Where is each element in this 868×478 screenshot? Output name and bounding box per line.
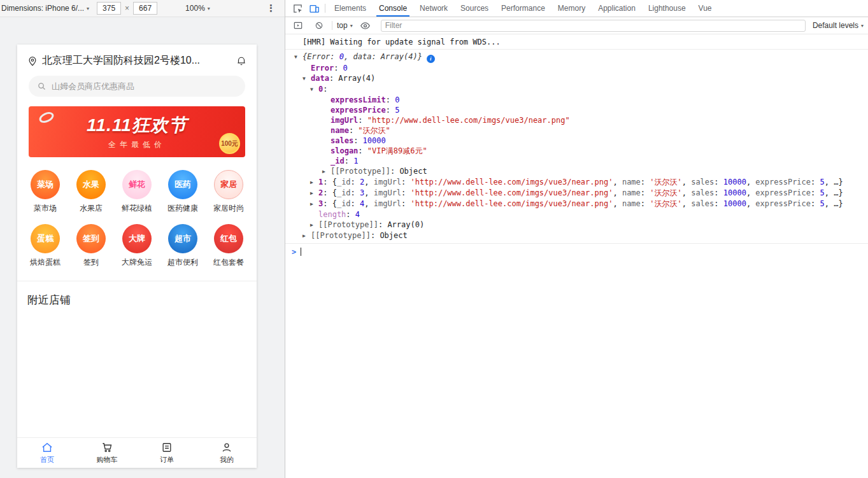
- console-token: Object: [399, 167, 427, 176]
- console-prompt[interactable]: >: [285, 246, 868, 258]
- disclosure-expanded-icon[interactable]: ▼: [294, 52, 302, 62]
- disclosure-collapsed-icon[interactable]: ▶: [302, 231, 311, 241]
- info-icon[interactable]: i: [427, 55, 435, 63]
- console-sidebar-icon[interactable]: [290, 20, 306, 31]
- category-item[interactable]: 超市超市便利: [160, 224, 206, 268]
- category-item[interactable]: 大牌大牌免运: [114, 224, 160, 268]
- console-token: :: [811, 178, 820, 186]
- tab-label: 购物车: [97, 455, 118, 465]
- category-item[interactable]: 水果水果店: [68, 170, 114, 214]
- zoom-select[interactable]: 100% ▾: [185, 4, 210, 13]
- console-token: 5: [820, 188, 824, 197]
- console-filter-input[interactable]: [381, 20, 806, 32]
- tab-memory[interactable]: Memory: [551, 0, 592, 17]
- console-token: :: [401, 188, 410, 197]
- console-token: :: [346, 210, 355, 219]
- tab-cart[interactable]: 购物车: [77, 438, 137, 468]
- tab-lighthouse[interactable]: Lighthouse: [642, 0, 692, 17]
- log-levels-select[interactable]: Default levels ▾: [813, 21, 864, 30]
- console-token: :: [345, 157, 353, 165]
- tab-console[interactable]: Console: [373, 0, 413, 17]
- console-token: ,: [364, 199, 373, 208]
- inspect-element-icon[interactable]: [289, 0, 306, 17]
- console-token: 5: [820, 178, 824, 186]
- console-token: 5: [820, 199, 824, 208]
- console-line: [HMR] Waiting for update signal from WDS…: [285, 37, 868, 50]
- console-token: expressPrice: [755, 199, 811, 208]
- category-item[interactable]: 家居家居时尚: [206, 170, 252, 214]
- tab-network[interactable]: Network: [413, 0, 454, 17]
- log-levels-value: Default levels: [813, 21, 858, 30]
- category-item[interactable]: 菜场菜市场: [22, 170, 68, 214]
- toolbar-separator: [332, 21, 332, 30]
- category-item[interactable]: 鲜花鲜花绿植: [114, 170, 160, 214]
- console-line: ▶2: {_id: 3, imgUrl: 'http://www.dell-le…: [285, 188, 868, 199]
- console-line: slogan: "VIP满89减6元": [285, 146, 868, 156]
- tab-vue[interactable]: Vue: [692, 0, 718, 17]
- console-token: , …}: [825, 178, 843, 186]
- console-token: }: [418, 52, 422, 61]
- device-type-select[interactable]: Dimensions: iPhone 6/... ▾: [1, 4, 89, 13]
- viewport-height-input[interactable]: [133, 2, 157, 15]
- console-token: :: [323, 85, 327, 94]
- tab-application[interactable]: Application: [592, 0, 642, 17]
- cart-icon: [101, 441, 113, 454]
- console-token: [[Prototype]]: [311, 231, 371, 240]
- device-viewport: 北京理工大学国防科技园2号楼10... 山姆会员商店优惠商品 11.11狂欢节 …: [17, 45, 257, 468]
- console-token: 1: [353, 157, 358, 165]
- console-line: ▼0:: [285, 84, 868, 95]
- console-token: sales: [691, 199, 714, 208]
- clear-console-icon[interactable]: [311, 21, 327, 30]
- console-token: ,: [364, 188, 373, 197]
- console-prompt-chevron: >: [292, 248, 296, 257]
- disclosure-expanded-icon[interactable]: ▼: [310, 85, 318, 95]
- tab-profile[interactable]: 我的: [197, 438, 257, 468]
- console-token: imgUrl: [374, 199, 401, 208]
- console-token: ,: [746, 178, 755, 186]
- disclosure-collapsed-icon[interactable]: ▶: [310, 188, 318, 199]
- category-icon: 医药: [168, 170, 197, 199]
- category-label: 签到: [83, 257, 99, 268]
- viewport-width-input[interactable]: [97, 2, 121, 15]
- javascript-context-select[interactable]: top ▾: [337, 21, 353, 30]
- category-item[interactable]: 蛋糕烘焙蛋糕: [22, 224, 68, 268]
- disclosure-collapsed-icon[interactable]: ▶: [322, 167, 331, 177]
- live-expression-eye-icon[interactable]: [357, 20, 374, 31]
- tab-home[interactable]: 首页: [17, 438, 77, 468]
- more-options-icon[interactable]: ⋮: [266, 3, 276, 14]
- chevron-down-icon: ▾: [87, 6, 89, 11]
- console-token: :: [351, 199, 360, 208]
- search-bar[interactable]: 山姆会员商店优惠商品: [29, 76, 245, 97]
- address-text[interactable]: 北京理工大学国防科技园2号楼10...: [42, 54, 232, 67]
- console-token: _id: [331, 157, 345, 165]
- category-item[interactable]: 红包红包套餐: [206, 224, 252, 268]
- category-item[interactable]: 医药医药健康: [160, 170, 206, 214]
- console-token: Array(4): [338, 74, 375, 83]
- disclosure-collapsed-icon[interactable]: ▶: [310, 199, 318, 209]
- disclosure-expanded-icon[interactable]: ▼: [302, 74, 311, 84]
- category-label: 家居时尚: [213, 203, 244, 214]
- promo-banner[interactable]: 11.11狂欢节 全年最低价 100元: [29, 106, 245, 157]
- console-token: 4: [355, 210, 360, 219]
- tab-sources[interactable]: Sources: [454, 0, 495, 17]
- tab-orders[interactable]: 订单: [137, 438, 197, 468]
- console-token: name: [622, 188, 641, 197]
- category-label: 水果店: [80, 203, 103, 214]
- disclosure-collapsed-icon[interactable]: ▶: [310, 178, 318, 188]
- console-token: 0: [343, 64, 348, 73]
- tab-performance[interactable]: Performance: [495, 0, 551, 17]
- console-token: : {: [323, 188, 337, 197]
- toggle-device-toolbar-icon[interactable]: [306, 0, 322, 17]
- category-item[interactable]: 签到签到: [68, 224, 114, 268]
- console-token: name: [622, 178, 641, 186]
- tab-label: 首页: [40, 455, 54, 465]
- console-line: ▶[[Prototype]]: Array(0): [285, 220, 868, 230]
- console-token: ,: [613, 188, 622, 197]
- console-token: :: [329, 74, 338, 83]
- console-token: ,: [682, 188, 691, 197]
- bell-icon[interactable]: [236, 55, 247, 67]
- disclosure-collapsed-icon[interactable]: ▶: [310, 220, 318, 230]
- console-line: Error: 0: [285, 63, 868, 73]
- tab-elements[interactable]: Elements: [328, 0, 373, 17]
- console-token: 10000: [723, 188, 746, 197]
